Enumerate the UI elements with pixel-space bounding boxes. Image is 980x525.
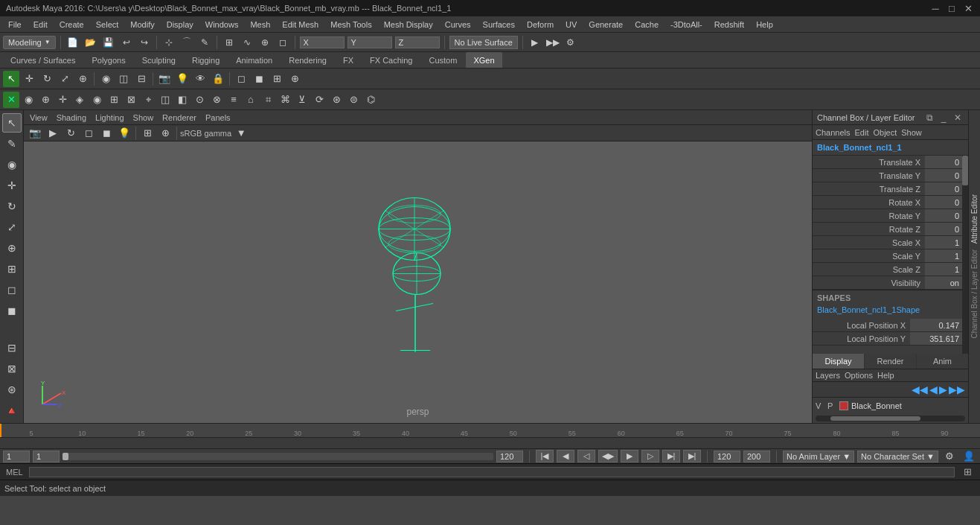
snap-point-icon[interactable]: ⊕: [257, 35, 272, 50]
light-btn[interactable]: 💡: [174, 71, 190, 87]
vp-menu-panels[interactable]: Panels: [202, 113, 234, 122]
start-frame-field[interactable]: [3, 451, 30, 462]
transform-field-z[interactable]: Z: [395, 36, 440, 48]
layer-menu-help[interactable]: Help: [877, 371, 894, 380]
sidebar-item-8[interactable]: ⊞: [2, 259, 22, 279]
xgen-icon-1[interactable]: ✕: [3, 92, 19, 108]
tab-rigging[interactable]: Rigging: [185, 52, 227, 68]
vp-loop-btn[interactable]: ↻: [63, 125, 79, 141]
panel-float-btn[interactable]: ⧉: [923, 112, 935, 123]
menu-file[interactable]: File: [3, 19, 27, 31]
shape-channel-local-pos-y[interactable]: Local Position Y 351.617: [813, 332, 962, 346]
tab-polygons[interactable]: Polygons: [84, 52, 132, 68]
maximize-button[interactable]: □: [946, 3, 958, 14]
anim-prefs-btn[interactable]: ⚙: [941, 448, 958, 465]
grid-btn[interactable]: ⊞: [269, 71, 285, 87]
frame-slider[interactable]: [63, 453, 493, 460]
panel-close-btn[interactable]: ✕: [952, 112, 964, 123]
save-scene-icon[interactable]: 💾: [101, 35, 116, 50]
tab-custom[interactable]: Custom: [422, 52, 465, 68]
display-pref-icon[interactable]: ⚙: [563, 35, 578, 50]
channel-translate-y[interactable]: Translate Y 0: [813, 169, 962, 182]
next-frame-btn[interactable]: ▶|: [662, 450, 680, 462]
redo-icon[interactable]: ↪: [137, 35, 152, 50]
menu-cache[interactable]: Cache: [630, 19, 664, 31]
sidebar-item-10[interactable]: ◼: [2, 301, 22, 320]
menu-generate[interactable]: Generate: [583, 19, 628, 31]
lasso-icon[interactable]: ⌒: [179, 35, 194, 50]
snap-grid-icon[interactable]: ⊞: [222, 35, 237, 50]
attribute-editor-tab[interactable]: Attribute Editor Channel Box / Layer Edi…: [968, 110, 980, 423]
menu-curves[interactable]: Curves: [440, 19, 476, 31]
menu-3dtall[interactable]: -3DtoAll-: [665, 19, 708, 31]
sidebar-item-7[interactable]: ⊕: [2, 238, 22, 258]
end-frame-field[interactable]: [496, 451, 523, 462]
snap-btn[interactable]: ⊕: [286, 71, 303, 87]
transform-btn[interactable]: ✛: [21, 71, 37, 87]
menu-modify[interactable]: Modify: [125, 19, 159, 31]
transform-field-y[interactable]: Y: [348, 36, 392, 48]
tab-sculpting[interactable]: Sculpting: [135, 52, 183, 68]
ch-menu-edit[interactable]: Edit: [854, 128, 868, 137]
menu-windows[interactable]: Windows: [200, 19, 244, 31]
tab-rendering[interactable]: Rendering: [281, 52, 334, 68]
layer-next-btn[interactable]: ▶: [939, 384, 947, 395]
vp-cam-btn[interactable]: 📷: [27, 125, 43, 141]
no-char-set-dropdown[interactable]: No Character Set ▼: [857, 451, 938, 462]
menu-help[interactable]: Help: [751, 19, 778, 31]
gamma-dropdown[interactable]: ▼: [233, 125, 249, 141]
channel-scale-z[interactable]: Scale Z 1: [813, 263, 962, 276]
scale-tool-sidebar[interactable]: ⤢: [2, 217, 22, 237]
wire-btn[interactable]: ◻: [233, 71, 249, 87]
channel-translate-x[interactable]: Translate X 0: [813, 156, 962, 169]
vp-wire-btn[interactable]: ◻: [80, 125, 97, 141]
universal-btn[interactable]: ⊕: [74, 71, 91, 87]
open-scene-icon[interactable]: 📂: [83, 35, 98, 50]
xgen-icon-18[interactable]: ⊻: [294, 92, 310, 108]
channel-rotate-y[interactable]: Rotate Y 0: [813, 209, 962, 223]
xgen-icon-14[interactable]: ≡: [225, 92, 242, 108]
soft-select-btn[interactable]: ◉: [97, 71, 114, 87]
menu-select[interactable]: Select: [91, 19, 124, 31]
play-fwd-btn[interactable]: ▶: [621, 450, 638, 462]
anim-char-btn[interactable]: 👤: [961, 448, 977, 465]
xgen-icon-9[interactable]: ⌖: [140, 92, 156, 108]
layer-menu-layers[interactable]: Layers: [816, 371, 840, 380]
tab-xgen[interactable]: XGen: [466, 52, 502, 68]
channel-scale-y[interactable]: Scale Y 1: [813, 249, 962, 263]
xgen-icon-6[interactable]: ◉: [89, 92, 105, 108]
move-tool-sidebar[interactable]: ✛: [2, 176, 22, 195]
tab-animation[interactable]: Animation: [228, 52, 280, 68]
channel-scrollbar[interactable]: [962, 156, 968, 354]
minimize-button[interactable]: ─: [929, 3, 941, 14]
tab-anim[interactable]: Anim: [917, 354, 968, 369]
xgen-icon-13[interactable]: ⊗: [208, 92, 225, 108]
channel-rotate-x[interactable]: Rotate X 0: [813, 196, 962, 209]
xgen-icon-16[interactable]: ⌗: [260, 92, 276, 108]
tab-fx[interactable]: FX: [336, 52, 361, 68]
history-btn[interactable]: ⊟: [133, 71, 150, 87]
menu-mesh[interactable]: Mesh: [245, 19, 275, 31]
rotate-tool-sidebar[interactable]: ↻: [2, 197, 22, 216]
ch-menu-object[interactable]: Object: [873, 128, 897, 137]
vp-menu-shading[interactable]: Shading: [54, 113, 89, 122]
xgen-icon-22[interactable]: ⌬: [362, 92, 379, 108]
menu-mesh-tools[interactable]: Mesh Tools: [325, 19, 377, 31]
channel-scale-x[interactable]: Scale X 1: [813, 236, 962, 249]
layer-scrollbar[interactable]: [816, 416, 965, 421]
layer-menu-options[interactable]: Options: [845, 371, 873, 380]
timeline-ruler[interactable]: 5 10 15 20 25 30 35 40 45 50 55 60 65 70…: [0, 424, 980, 438]
tab-fx-caching[interactable]: FX Caching: [362, 52, 420, 68]
vp-light-btn[interactable]: 💡: [116, 125, 132, 141]
sidebar-item-bottom-1[interactable]: ⊟: [2, 338, 22, 357]
vp-menu-view[interactable]: View: [27, 113, 51, 122]
lock-btn[interactable]: 🔒: [210, 71, 226, 87]
select-tool-btn[interactable]: ↖: [3, 71, 19, 87]
mel-input[interactable]: [29, 467, 955, 477]
cam-btn[interactable]: 📷: [156, 71, 173, 87]
paint-select-icon[interactable]: ✎: [197, 35, 212, 50]
xgen-icon-12[interactable]: ⊙: [191, 92, 208, 108]
menu-display[interactable]: Display: [161, 19, 199, 31]
tab-render[interactable]: Render: [865, 354, 917, 369]
prev-key-btn[interactable]: ◁: [577, 450, 595, 462]
